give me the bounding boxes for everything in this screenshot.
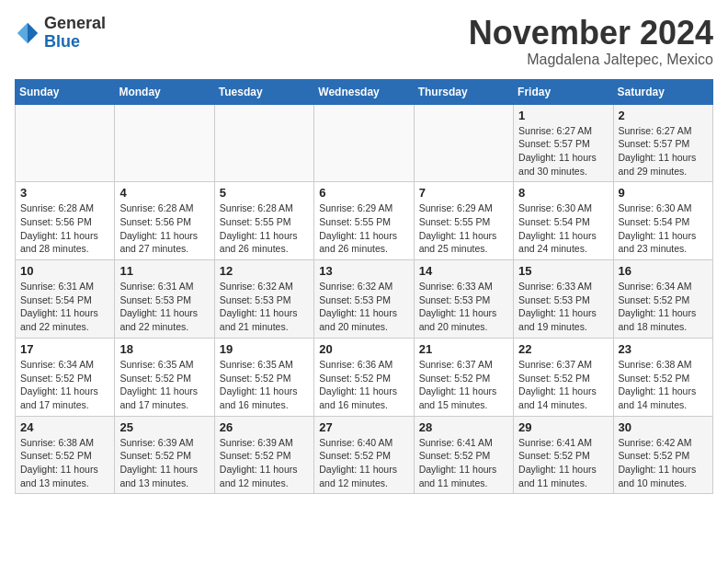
day-number: 13 bbox=[319, 264, 408, 278]
calendar-cell bbox=[16, 104, 115, 182]
calendar-cell: 21Sunrise: 6:37 AM Sunset: 5:52 PM Dayli… bbox=[414, 338, 513, 416]
calendar-cell bbox=[214, 104, 313, 182]
calendar-cell: 10Sunrise: 6:31 AM Sunset: 5:54 PM Dayli… bbox=[16, 260, 115, 339]
calendar-cell: 24Sunrise: 6:38 AM Sunset: 5:52 PM Dayli… bbox=[16, 416, 115, 494]
day-info: Sunrise: 6:39 AM Sunset: 5:52 PM Dayligh… bbox=[119, 436, 209, 490]
calendar-cell: 27Sunrise: 6:40 AM Sunset: 5:52 PM Dayli… bbox=[314, 416, 414, 494]
day-info: Sunrise: 6:35 AM Sunset: 5:52 PM Dayligh… bbox=[220, 358, 309, 412]
day-info: Sunrise: 6:30 AM Sunset: 5:54 PM Dayligh… bbox=[518, 201, 608, 256]
calendar-cell bbox=[414, 104, 513, 182]
day-info: Sunrise: 6:29 AM Sunset: 5:55 PM Dayligh… bbox=[419, 201, 508, 256]
day-info: Sunrise: 6:35 AM Sunset: 5:52 PM Dayligh… bbox=[119, 358, 209, 412]
day-number: 8 bbox=[518, 186, 608, 200]
day-header-saturday: Saturday bbox=[613, 79, 712, 104]
day-info: Sunrise: 6:39 AM Sunset: 5:52 PM Dayligh… bbox=[220, 436, 309, 490]
calendar-week-row: 3Sunrise: 6:28 AM Sunset: 5:56 PM Daylig… bbox=[16, 182, 713, 260]
day-number: 11 bbox=[119, 264, 209, 278]
day-number: 27 bbox=[319, 420, 408, 434]
day-number: 6 bbox=[319, 186, 408, 200]
day-number: 7 bbox=[419, 186, 508, 200]
day-info: Sunrise: 6:31 AM Sunset: 5:54 PM Dayligh… bbox=[20, 280, 109, 334]
svg-marker-0 bbox=[28, 23, 38, 33]
calendar-cell: 25Sunrise: 6:39 AM Sunset: 5:52 PM Dayli… bbox=[115, 416, 214, 494]
logo: General Blue bbox=[15, 15, 106, 52]
day-info: Sunrise: 6:27 AM Sunset: 5:57 PM Dayligh… bbox=[619, 124, 708, 178]
title-block: November 2024 Magdalena Jaltepec, Mexico bbox=[469, 15, 713, 68]
logo-icon bbox=[15, 20, 40, 46]
calendar-cell: 23Sunrise: 6:38 AM Sunset: 5:52 PM Dayli… bbox=[613, 338, 712, 416]
day-number: 12 bbox=[220, 264, 309, 278]
location-title: Magdalena Jaltepec, Mexico bbox=[469, 52, 713, 68]
day-info: Sunrise: 6:27 AM Sunset: 5:57 PM Dayligh… bbox=[518, 124, 608, 178]
calendar-cell: 22Sunrise: 6:37 AM Sunset: 5:52 PM Dayli… bbox=[514, 338, 613, 416]
day-info: Sunrise: 6:34 AM Sunset: 5:52 PM Dayligh… bbox=[619, 280, 708, 334]
day-info: Sunrise: 6:32 AM Sunset: 5:53 PM Dayligh… bbox=[319, 280, 408, 334]
day-info: Sunrise: 6:37 AM Sunset: 5:52 PM Dayligh… bbox=[518, 358, 608, 412]
calendar-cell: 19Sunrise: 6:35 AM Sunset: 5:52 PM Dayli… bbox=[214, 338, 313, 416]
day-number: 23 bbox=[619, 342, 708, 356]
calendar-week-row: 17Sunrise: 6:34 AM Sunset: 5:52 PM Dayli… bbox=[16, 338, 713, 416]
calendar-cell: 14Sunrise: 6:33 AM Sunset: 5:53 PM Dayli… bbox=[414, 260, 513, 339]
calendar-cell: 30Sunrise: 6:42 AM Sunset: 5:52 PM Dayli… bbox=[613, 416, 712, 494]
day-info: Sunrise: 6:42 AM Sunset: 5:52 PM Dayligh… bbox=[619, 436, 708, 490]
day-number: 30 bbox=[619, 420, 708, 434]
day-info: Sunrise: 6:34 AM Sunset: 5:52 PM Dayligh… bbox=[20, 358, 109, 412]
calendar-cell: 1Sunrise: 6:27 AM Sunset: 5:57 PM Daylig… bbox=[514, 104, 613, 182]
logo-general-text: General bbox=[44, 15, 106, 33]
day-info: Sunrise: 6:36 AM Sunset: 5:52 PM Dayligh… bbox=[319, 358, 408, 412]
day-number: 22 bbox=[518, 342, 608, 356]
day-info: Sunrise: 6:33 AM Sunset: 5:53 PM Dayligh… bbox=[419, 280, 508, 334]
calendar-cell: 5Sunrise: 6:28 AM Sunset: 5:55 PM Daylig… bbox=[214, 182, 313, 260]
calendar-cell: 11Sunrise: 6:31 AM Sunset: 5:53 PM Dayli… bbox=[115, 260, 214, 339]
day-number: 1 bbox=[518, 109, 608, 122]
day-info: Sunrise: 6:28 AM Sunset: 5:55 PM Dayligh… bbox=[220, 201, 309, 256]
page-header: General Blue November 2024 Magdalena Jal… bbox=[15, 15, 713, 68]
calendar-cell: 20Sunrise: 6:36 AM Sunset: 5:52 PM Dayli… bbox=[314, 338, 414, 416]
day-number: 3 bbox=[20, 186, 109, 200]
calendar-cell: 16Sunrise: 6:34 AM Sunset: 5:52 PM Dayli… bbox=[613, 260, 712, 339]
day-number: 9 bbox=[619, 186, 708, 200]
day-number: 10 bbox=[20, 264, 109, 278]
calendar-cell bbox=[314, 104, 414, 182]
day-number: 14 bbox=[419, 264, 508, 278]
day-number: 28 bbox=[419, 420, 508, 434]
day-info: Sunrise: 6:41 AM Sunset: 5:52 PM Dayligh… bbox=[419, 436, 508, 490]
day-info: Sunrise: 6:40 AM Sunset: 5:52 PM Dayligh… bbox=[319, 436, 408, 490]
day-number: 29 bbox=[518, 420, 608, 434]
calendar-cell: 12Sunrise: 6:32 AM Sunset: 5:53 PM Dayli… bbox=[214, 260, 313, 339]
calendar-cell bbox=[115, 104, 214, 182]
day-info: Sunrise: 6:29 AM Sunset: 5:55 PM Dayligh… bbox=[319, 201, 408, 256]
day-info: Sunrise: 6:37 AM Sunset: 5:52 PM Dayligh… bbox=[419, 358, 508, 412]
day-number: 18 bbox=[119, 342, 209, 356]
day-info: Sunrise: 6:33 AM Sunset: 5:53 PM Dayligh… bbox=[518, 280, 608, 334]
day-header-monday: Monday bbox=[115, 79, 214, 104]
calendar-cell: 17Sunrise: 6:34 AM Sunset: 5:52 PM Dayli… bbox=[16, 338, 115, 416]
day-number: 26 bbox=[220, 420, 309, 434]
day-number: 15 bbox=[518, 264, 608, 278]
month-title: November 2024 bbox=[469, 15, 713, 52]
calendar-week-row: 24Sunrise: 6:38 AM Sunset: 5:52 PM Dayli… bbox=[16, 416, 713, 494]
calendar-cell: 4Sunrise: 6:28 AM Sunset: 5:56 PM Daylig… bbox=[115, 182, 214, 260]
calendar-cell: 9Sunrise: 6:30 AM Sunset: 5:54 PM Daylig… bbox=[613, 182, 712, 260]
svg-marker-2 bbox=[17, 33, 28, 43]
day-info: Sunrise: 6:41 AM Sunset: 5:52 PM Dayligh… bbox=[518, 436, 608, 490]
calendar-cell: 13Sunrise: 6:32 AM Sunset: 5:53 PM Dayli… bbox=[314, 260, 414, 339]
day-number: 4 bbox=[119, 186, 209, 200]
day-header-tuesday: Tuesday bbox=[214, 79, 313, 104]
day-info: Sunrise: 6:30 AM Sunset: 5:54 PM Dayligh… bbox=[619, 201, 708, 256]
day-info: Sunrise: 6:38 AM Sunset: 5:52 PM Dayligh… bbox=[20, 436, 109, 490]
day-header-friday: Friday bbox=[514, 79, 613, 104]
day-number: 21 bbox=[419, 342, 508, 356]
calendar-cell: 29Sunrise: 6:41 AM Sunset: 5:52 PM Dayli… bbox=[514, 416, 613, 494]
svg-marker-1 bbox=[17, 23, 28, 33]
day-number: 19 bbox=[220, 342, 309, 356]
svg-marker-3 bbox=[28, 33, 38, 43]
calendar-cell: 6Sunrise: 6:29 AM Sunset: 5:55 PM Daylig… bbox=[314, 182, 414, 260]
calendar-cell: 26Sunrise: 6:39 AM Sunset: 5:52 PM Dayli… bbox=[214, 416, 313, 494]
calendar-cell: 28Sunrise: 6:41 AM Sunset: 5:52 PM Dayli… bbox=[414, 416, 513, 494]
day-number: 5 bbox=[220, 186, 309, 200]
calendar-header-row: SundayMondayTuesdayWednesdayThursdayFrid… bbox=[16, 79, 713, 104]
day-info: Sunrise: 6:31 AM Sunset: 5:53 PM Dayligh… bbox=[119, 280, 209, 334]
day-info: Sunrise: 6:28 AM Sunset: 5:56 PM Dayligh… bbox=[119, 201, 209, 256]
day-header-thursday: Thursday bbox=[414, 79, 513, 104]
